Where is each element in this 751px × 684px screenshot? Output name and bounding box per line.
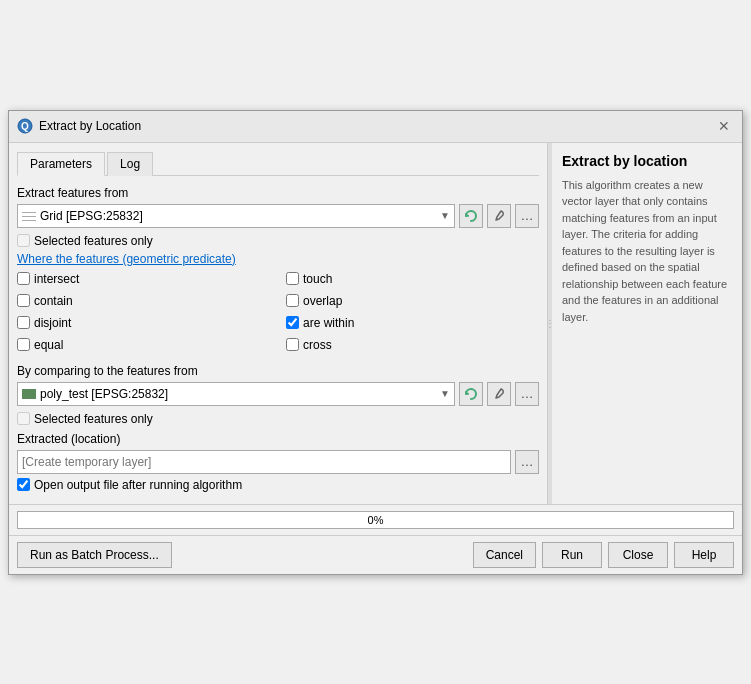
- extract-layer-text: Grid [EPSG:25832]: [40, 209, 143, 223]
- dialog-body: Parameters Log Extract features from Gri…: [9, 143, 742, 504]
- predicate-touch-checkbox[interactable]: [286, 272, 299, 285]
- predicate-contain-label: contain: [34, 294, 73, 308]
- settings-compare-button[interactable]: [487, 382, 511, 406]
- wrench-compare-icon: [492, 387, 506, 401]
- extracted-input[interactable]: [17, 450, 511, 474]
- extract-features-label: Extract features from: [17, 186, 539, 200]
- progress-text: 0%: [18, 512, 733, 528]
- open-output-row: Open output file after running algorithm: [17, 478, 539, 492]
- extract-layer-row: Grid [EPSG:25832] ▼ …: [17, 204, 539, 228]
- progress-section: 0%: [9, 504, 742, 535]
- selected-features-1-checkbox[interactable]: [17, 234, 30, 247]
- right-panel: Extract by location This algorithm creat…: [552, 143, 742, 504]
- footer-right: Cancel Run Close Help: [473, 542, 734, 568]
- run-button[interactable]: Run: [542, 542, 602, 568]
- refresh-compare-icon: [464, 387, 478, 401]
- close-button[interactable]: ✕: [714, 116, 734, 136]
- open-output-checkbox[interactable]: [17, 478, 30, 491]
- predicate-arewithin-row: are within: [286, 316, 539, 330]
- compare-layer-text: poly_test [EPSG:25832]: [40, 387, 168, 401]
- left-panel: Parameters Log Extract features from Gri…: [9, 143, 548, 504]
- predicate-disjoint-label: disjoint: [34, 316, 71, 330]
- extracted-browse-button[interactable]: …: [515, 450, 539, 474]
- predicate-grid: intersect touch contain overlap disjoint: [17, 272, 539, 356]
- selected-features-2-label: Selected features only: [34, 412, 153, 426]
- grid-layer-icon: [22, 211, 36, 221]
- predicate-cross-row: cross: [286, 338, 539, 352]
- combo-arrow-icon: ▼: [440, 210, 450, 221]
- extract-layer-combo[interactable]: Grid [EPSG:25832] ▼: [17, 204, 455, 228]
- extract-by-location-dialog: Q Extract by Location ✕ Parameters Log E…: [8, 110, 743, 575]
- wrench-icon: [492, 209, 506, 223]
- comparing-label: By comparing to the features from: [17, 364, 539, 378]
- predicate-contain-checkbox[interactable]: [17, 294, 30, 307]
- predicate-intersect-checkbox[interactable]: [17, 272, 30, 285]
- footer-buttons: Run as Batch Process... Cancel Run Close…: [9, 535, 742, 574]
- selected-features-1-label: Selected features only: [34, 234, 153, 248]
- predicate-arewithin-label: are within: [303, 316, 354, 330]
- refresh-layer-button[interactable]: [459, 204, 483, 228]
- predicate-equal-row: equal: [17, 338, 270, 352]
- help-button[interactable]: Help: [674, 542, 734, 568]
- compare-layer-combo[interactable]: poly_test [EPSG:25832] ▼: [17, 382, 455, 406]
- predicate-arewithin-checkbox[interactable]: [286, 316, 299, 329]
- progress-bar: 0%: [17, 511, 734, 529]
- open-output-label: Open output file after running algorithm: [34, 478, 242, 492]
- output-row: …: [17, 450, 539, 474]
- svg-text:Q: Q: [21, 121, 29, 132]
- tab-parameters[interactable]: Parameters: [17, 152, 105, 176]
- poly-layer-icon: [22, 389, 36, 399]
- predicate-touch-row: touch: [286, 272, 539, 286]
- predicate-intersect-row: intersect: [17, 272, 270, 286]
- batch-process-button[interactable]: Run as Batch Process...: [17, 542, 172, 568]
- predicate-disjoint-row: disjoint: [17, 316, 270, 330]
- selected-features-2-row: Selected features only: [17, 412, 539, 426]
- predicate-intersect-label: intersect: [34, 272, 79, 286]
- more-layer-button[interactable]: …: [515, 204, 539, 228]
- predicate-equal-checkbox[interactable]: [17, 338, 30, 351]
- close-dialog-button[interactable]: Close: [608, 542, 668, 568]
- title-bar: Q Extract by Location ✕: [9, 111, 742, 143]
- title-bar-left: Q Extract by Location: [17, 118, 141, 134]
- refresh-icon: [464, 209, 478, 223]
- predicate-overlap-row: overlap: [286, 294, 539, 308]
- predicate-contain-row: contain: [17, 294, 270, 308]
- ellipsis-compare-icon: …: [521, 386, 534, 401]
- predicate-cross-checkbox[interactable]: [286, 338, 299, 351]
- predicate-overlap-label: overlap: [303, 294, 342, 308]
- predicate-equal-label: equal: [34, 338, 63, 352]
- geometric-predicate-label[interactable]: Where the features (geometric predicate): [17, 252, 236, 266]
- settings-layer-button[interactable]: [487, 204, 511, 228]
- footer-left: Run as Batch Process...: [17, 542, 172, 568]
- more-compare-button[interactable]: …: [515, 382, 539, 406]
- dialog-title: Extract by Location: [39, 119, 141, 133]
- browse-icon: …: [521, 454, 534, 469]
- predicate-cross-label: cross: [303, 338, 332, 352]
- cancel-button[interactable]: Cancel: [473, 542, 536, 568]
- selected-features-1-row: Selected features only: [17, 234, 539, 248]
- extracted-label: Extracted (location): [17, 432, 539, 446]
- right-panel-title: Extract by location: [562, 153, 732, 169]
- geometric-predicate-row: Where the features (geometric predicate): [17, 252, 539, 266]
- compare-combo-arrow-icon: ▼: [440, 388, 450, 399]
- qgis-icon: Q: [17, 118, 33, 134]
- predicate-overlap-checkbox[interactable]: [286, 294, 299, 307]
- refresh-compare-button[interactable]: [459, 382, 483, 406]
- selected-features-2-checkbox[interactable]: [17, 412, 30, 425]
- predicate-disjoint-checkbox[interactable]: [17, 316, 30, 329]
- predicate-touch-label: touch: [303, 272, 332, 286]
- compare-layer-row: poly_test [EPSG:25832] ▼ …: [17, 382, 539, 406]
- tab-log[interactable]: Log: [107, 152, 153, 176]
- tabs: Parameters Log: [17, 151, 539, 176]
- right-panel-description: This algorithm creates a new vector laye…: [562, 177, 732, 326]
- ellipsis-icon: …: [521, 208, 534, 223]
